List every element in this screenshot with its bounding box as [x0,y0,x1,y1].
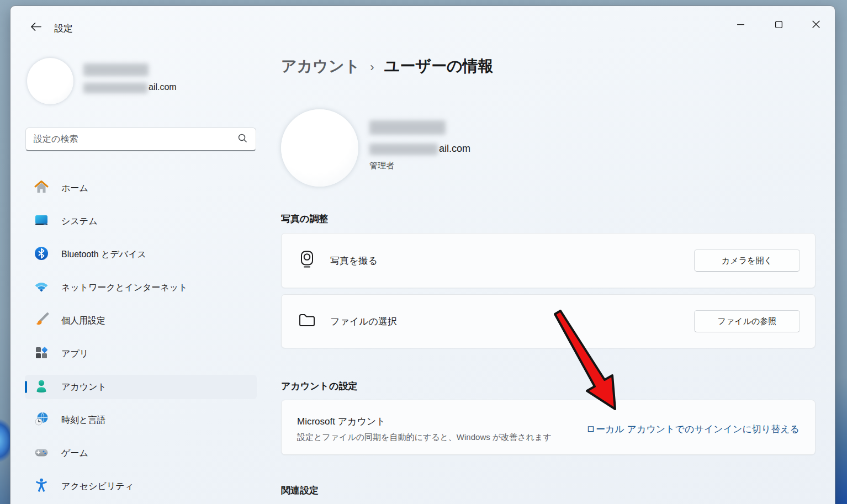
breadcrumb-parent[interactable]: アカウント [281,56,360,77]
sidebar-avatar[interactable] [27,58,73,104]
bluetooth-icon [34,246,49,263]
maximize-icon [775,20,783,31]
personalization-icon [34,312,49,330]
microsoft-account-title: Microsoft アカウント [297,415,386,428]
sidebar-item-bluetooth-devices[interactable]: Bluetooth とデバイス [25,242,257,267]
sidebar-user-email-fragment: ail.com [149,82,177,92]
maximize-button[interactable] [765,15,792,36]
sidebar-item-apps[interactable]: アプリ [25,342,257,366]
choose-file-label: ファイルの選択 [330,315,397,328]
titlebar: 設定 [10,6,835,47]
folder-icon [297,310,317,332]
minimize-button[interactable] [727,15,754,36]
sidebar-item-system[interactable]: システム [25,209,257,234]
desktop: { "titlebar": { "title": "設定" }, "sideba… [0,0,847,504]
close-button[interactable] [802,15,830,36]
time-language-icon [34,411,49,429]
sidebar-item-label: ホーム [61,183,88,194]
gaming-icon [34,444,49,462]
apps-icon [34,345,49,363]
search-placeholder: 設定の検索 [34,134,237,145]
sidebar-item-label: アプリ [61,348,88,360]
back-button[interactable] [25,18,47,37]
accounts-icon [34,378,49,396]
sidebar-user-name-redacted [83,63,149,76]
desktop-wallpaper-bloom [0,415,10,468]
switch-to-local-account-link[interactable]: ローカル アカウントでのサインインに切り替える [586,423,800,436]
camera-icon [297,250,317,272]
breadcrumb-separator-icon: › [370,58,374,75]
page-title: ユーザーの情報 [384,56,494,77]
sidebar-item-label: Bluetooth とデバイス [61,249,146,261]
profile-role: 管理者 [369,161,394,171]
microsoft-account-subtitle: 設定とファイルの同期を自動的にすると、Windows が改善されます [297,432,552,443]
sidebar-item-accounts[interactable]: アカウント [25,375,257,399]
search-icon [237,132,248,146]
accessibility-icon [34,478,49,495]
network-icon [34,279,49,296]
sidebar-item-time-language[interactable]: 時刻と言語 [25,408,257,432]
sidebar-item-label: 時刻と言語 [61,415,105,426]
sidebar-item-label: 個人用設定 [61,315,105,327]
microsoft-account-card: Microsoft アカウント 設定とファイルの同期を自動的にすると、Windo… [281,400,816,455]
settings-window: 設定 ail.com 設定の検索 ホーム システム [10,6,835,504]
sidebar-user-email-redacted [83,83,147,93]
system-icon [34,213,49,230]
section-title-related-settings: 関連設定 [281,484,319,497]
window-title: 設定 [54,22,73,35]
sidebar-item-home[interactable]: ホーム [25,176,257,200]
section-title-photo: 写真の調整 [281,213,328,225]
take-photo-card: 写真を撮る カメラを開く [281,233,816,288]
breadcrumb: アカウント › ユーザーの情報 [281,56,494,77]
sidebar-item-label: ネットワークとインターネット [61,282,188,294]
minimize-icon [737,20,745,31]
home-icon [34,179,49,197]
sidebar-item-label: ゲーム [61,448,88,459]
profile-name-redacted [369,120,446,135]
profile-email-redacted [369,144,438,155]
sidebar-item-accessibility[interactable]: アクセシビリティ [25,474,257,498]
sidebar-item-label: アカウント [61,381,107,393]
sidebar-item-network-internet[interactable]: ネットワークとインターネット [25,275,257,300]
profile-email-fragment: ail.com [439,143,470,155]
browse-files-button[interactable]: ファイルの参照 [694,310,800,332]
selected-accent-bar [25,381,27,393]
back-arrow-icon [30,20,43,35]
sidebar-item-gaming[interactable]: ゲーム [25,441,257,465]
sidebar-item-label: アクセシビリティ [61,481,134,492]
choose-file-card: ファイルの選択 ファイルの参照 [281,294,816,348]
profile-avatar [281,109,358,187]
take-photo-label: 写真を撮る [330,254,378,267]
close-icon [812,20,820,31]
search-input[interactable]: 設定の検索 [25,128,256,151]
sidebar-item-personalization[interactable]: 個人用設定 [25,309,257,333]
sidebar-item-label: システム [61,216,98,227]
section-title-account-settings: アカウントの設定 [281,380,357,392]
open-camera-button[interactable]: カメラを開く [694,250,800,272]
